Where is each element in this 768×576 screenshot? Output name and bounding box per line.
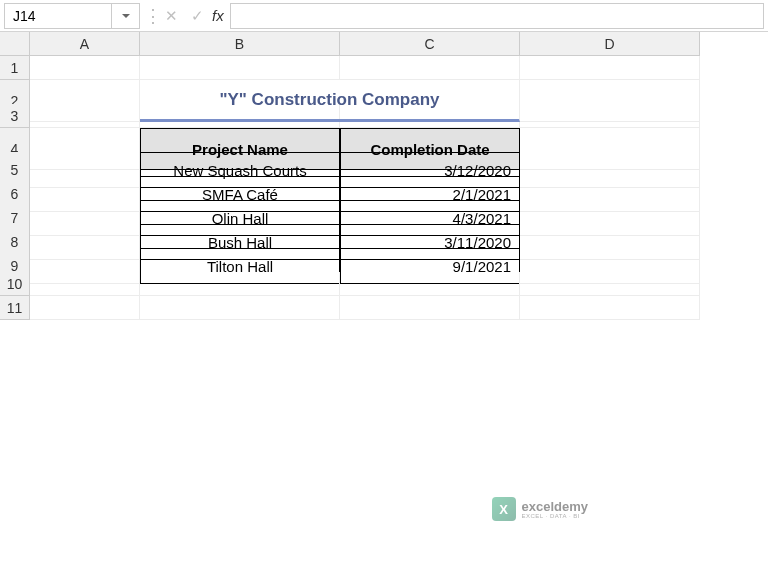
spreadsheet-grid: A B C D 1 2 "Y" Construction Company 3 4… xyxy=(0,32,768,320)
chevron-down-icon xyxy=(121,11,131,21)
cell-a11[interactable] xyxy=(30,296,140,320)
cell-d1[interactable] xyxy=(520,56,700,80)
row-header-1[interactable]: 1 xyxy=(0,56,30,80)
cell-a1[interactable] xyxy=(30,56,140,80)
cell-c10[interactable] xyxy=(340,272,520,296)
fx-label: fx xyxy=(212,7,224,24)
col-header-d[interactable]: D xyxy=(520,32,700,56)
name-box-value: J14 xyxy=(13,8,36,24)
cell-d3[interactable] xyxy=(520,104,700,128)
company-title: "Y" Construction Company xyxy=(219,90,439,110)
watermark: X exceldemy EXCEL · DATA · BI xyxy=(492,497,589,521)
cell-c1[interactable] xyxy=(340,56,520,80)
name-box[interactable]: J14 xyxy=(4,3,112,29)
cell-d10[interactable] xyxy=(520,272,700,296)
cell-b1[interactable] xyxy=(140,56,340,80)
row-header-11[interactable]: 11 xyxy=(0,296,30,320)
cancel-icon: ✕ xyxy=(165,7,178,25)
cell-a10[interactable] xyxy=(30,272,140,296)
watermark-text: exceldemy EXCEL · DATA · BI xyxy=(522,500,589,519)
col-header-b[interactable]: B xyxy=(140,32,340,56)
row-header-10[interactable]: 10 xyxy=(0,272,30,296)
namebox-row: J14 ⋮ ✕ ✓ fx xyxy=(0,0,768,32)
cell-c11[interactable] xyxy=(340,296,520,320)
col-header-a[interactable]: A xyxy=(30,32,140,56)
row-header-3[interactable]: 3 xyxy=(0,104,30,128)
cell-a3[interactable] xyxy=(30,104,140,128)
cell-b11[interactable] xyxy=(140,296,340,320)
col-header-c[interactable]: C xyxy=(340,32,520,56)
watermark-sub: EXCEL · DATA · BI xyxy=(522,513,589,519)
formula-bar[interactable] xyxy=(230,3,764,29)
select-all-corner[interactable] xyxy=(0,32,30,56)
cancel-formula-button[interactable]: ✕ xyxy=(158,3,184,29)
cell-b10[interactable] xyxy=(140,272,340,296)
title-cell[interactable]: "Y" Construction Company xyxy=(140,80,520,122)
cell-d11[interactable] xyxy=(520,296,700,320)
enter-formula-button[interactable]: ✓ xyxy=(184,3,210,29)
name-box-dropdown[interactable] xyxy=(112,3,140,29)
check-icon: ✓ xyxy=(191,7,204,25)
insert-function-button[interactable]: fx xyxy=(212,7,224,24)
separator: ⋮ xyxy=(144,5,154,27)
watermark-main: exceldemy xyxy=(522,500,589,513)
watermark-icon: X xyxy=(492,497,516,521)
